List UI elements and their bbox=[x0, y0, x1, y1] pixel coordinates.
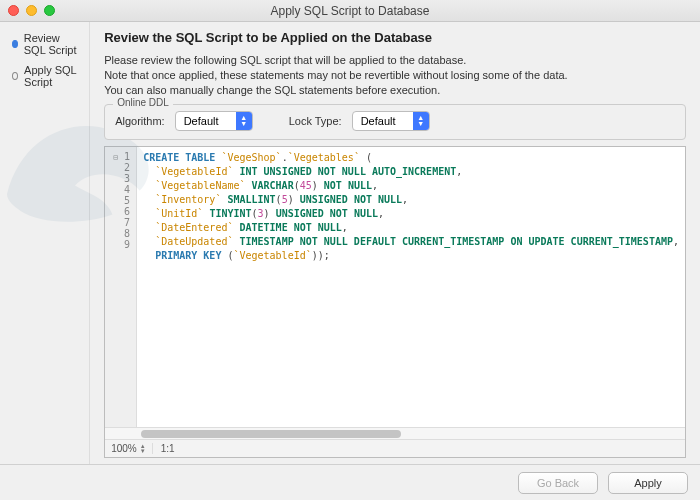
sql-code-area[interactable]: CREATE TABLE `VegeShop`.`Vegetables` ( `… bbox=[137, 147, 685, 427]
close-icon[interactable] bbox=[8, 5, 19, 16]
line-number-gutter: ⊟ 1 2 3 4 5 6 7 8 9 bbox=[105, 147, 137, 427]
zoom-stepper-icon: ▲▼ bbox=[140, 444, 146, 454]
intro-line: Please review the following SQL script t… bbox=[104, 53, 686, 68]
editor-statusbar: 100% ▲▼ 1:1 bbox=[105, 439, 685, 457]
apply-button[interactable]: Apply bbox=[608, 472, 688, 494]
zoom-control[interactable]: 100% ▲▼ bbox=[105, 443, 153, 454]
scrollbar-thumb[interactable] bbox=[141, 430, 401, 438]
zoom-icon[interactable] bbox=[44, 5, 55, 16]
algorithm-label: Algorithm: bbox=[115, 115, 165, 127]
window-title: Apply SQL Script to Database bbox=[0, 4, 700, 18]
wizard-step-review[interactable]: Review SQL Script bbox=[12, 32, 81, 56]
go-back-button[interactable]: Go Back bbox=[518, 472, 598, 494]
wizard-step-apply[interactable]: Apply SQL Script bbox=[12, 64, 81, 88]
step-bullet-icon bbox=[12, 72, 18, 80]
group-legend: Online DDL bbox=[113, 97, 173, 108]
algorithm-value: Default bbox=[176, 115, 236, 127]
select-stepper-icon: ▲▼ bbox=[236, 112, 252, 130]
lock-type-label: Lock Type: bbox=[289, 115, 342, 127]
step-bullet-active-icon bbox=[12, 40, 18, 48]
online-ddl-group: Online DDL Algorithm: Default ▲▼ Lock Ty… bbox=[104, 104, 686, 140]
algorithm-select[interactable]: Default ▲▼ bbox=[175, 111, 253, 131]
intro-text: Please review the following SQL script t… bbox=[104, 53, 686, 98]
ratio-readout: 1:1 bbox=[153, 443, 183, 454]
page-heading: Review the SQL Script to be Applied on t… bbox=[104, 30, 686, 45]
zoom-value: 100% bbox=[111, 443, 137, 454]
minimize-icon[interactable] bbox=[26, 5, 37, 16]
lock-type-value: Default bbox=[353, 115, 413, 127]
intro-line: Note that once applied, these statements… bbox=[104, 68, 686, 83]
wizard-sidebar: Review SQL Script Apply SQL Script bbox=[0, 22, 90, 464]
step-label: Review SQL Script bbox=[24, 32, 81, 56]
main-panel: Review the SQL Script to be Applied on t… bbox=[90, 22, 700, 464]
window-controls bbox=[8, 5, 55, 16]
step-label: Apply SQL Script bbox=[24, 64, 81, 88]
horizontal-scrollbar[interactable] bbox=[105, 427, 685, 439]
dialog-footer: Go Back Apply bbox=[0, 464, 700, 500]
lock-type-select[interactable]: Default ▲▼ bbox=[352, 111, 430, 131]
select-stepper-icon: ▲▼ bbox=[413, 112, 429, 130]
intro-line: You can also manually change the SQL sta… bbox=[104, 83, 686, 98]
titlebar: Apply SQL Script to Database bbox=[0, 0, 700, 22]
sql-editor[interactable]: ⊟ 1 2 3 4 5 6 7 8 9 CREATE TABLE `VegeSh… bbox=[104, 146, 686, 458]
